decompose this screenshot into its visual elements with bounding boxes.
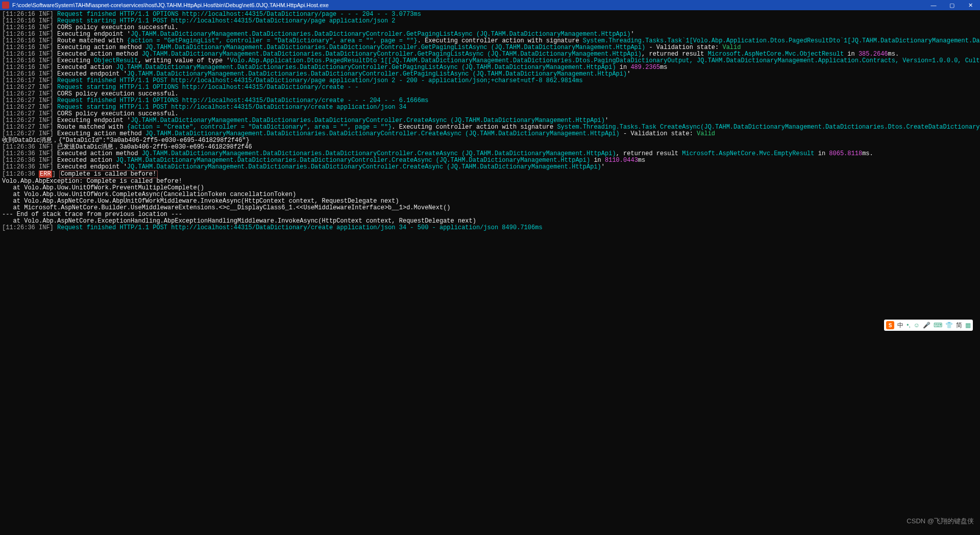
log-segment: Microsoft.AspNetCore.Mvc.ObjectResult [708, 51, 844, 58]
log-timestamp: [11:26:36 INF] [2, 150, 57, 157]
ime-keyboard-icon[interactable]: ⌨ [934, 322, 942, 329]
log-line: [11:26:36 INF] Request finished HTTP/1.1… [2, 225, 978, 231]
minimize-button[interactable]: — [926, 2, 941, 9]
log-timestamp: [11:26:16 INF] [2, 24, 57, 31]
log-timestamp: [11:26:16 INF] [2, 31, 57, 38]
log-segment: 489.2365 [630, 64, 660, 71]
log-timestamp: [11:26:16 INF] [2, 64, 57, 71]
log-segment: System.Threading.Tasks.Task`1[Volo.Abp.A… [583, 37, 980, 44]
log-timestamp: [11:26:16 INF] [2, 57, 57, 64]
log-segment: Executing [57, 57, 94, 64]
log-segment: {action = "Create", controller = "DataDi… [127, 124, 391, 131]
log-segment: Executed endpoint ' [57, 70, 127, 78]
log-segment: Request starting HTTP/1.1 POST http://lo… [57, 17, 396, 25]
log-segment: in [844, 51, 859, 58]
window-title: F:\code\SoftwareSystem\TAHM\aspnet-core\… [12, 2, 329, 8]
ime-simplified-toggle[interactable]: 简 [956, 321, 962, 330]
log-bracket: ] [52, 171, 59, 178]
error-message-boxed: Complete is called before! [59, 171, 158, 178]
maximize-button[interactable]: ▢ [944, 2, 960, 9]
ime-skin-icon[interactable]: 👕 [945, 322, 953, 329]
log-timestamp: [11:26:16 INF] [2, 11, 57, 18]
log-segment: Executing endpoint ' [57, 31, 131, 38]
log-timestamp: [11:26:36 INF] [2, 157, 57, 164]
log-segment: - Validation state: [645, 44, 722, 51]
log-segment: Route matched with [57, 124, 127, 131]
log-segment: 385.2646 [859, 51, 888, 58]
log-segment: Request finished HTTP/1.1 OPTIONS http:/… [57, 97, 428, 104]
log-segment: Executing endpoint ' [57, 117, 131, 124]
log-segment: JQ.TAHM.DataDictionaryManagement.DataDic… [131, 117, 605, 124]
log-timestamp: [11:26:36 INF] [2, 143, 57, 151]
log-segment: ms. [862, 150, 873, 157]
log-segment: , returned result [642, 51, 708, 58]
log-segment: Microsoft.AspNetCore.Mvc.EmptyResult [682, 150, 814, 157]
log-segment: CORS policy execution successful. [57, 110, 179, 117]
log-timestamp: [11:26:27 INF] [2, 104, 57, 111]
log-segment: 8065.8118 [829, 150, 862, 157]
log-timestamp: [11:26:27 INF] [2, 110, 57, 117]
titlebar-left: F:\code\SoftwareSystem\TAHM\aspnet-core\… [2, 2, 329, 9]
log-timestamp: [11:26:17 INF] [2, 77, 57, 84]
ime-grid-icon[interactable]: ▦ [965, 322, 971, 329]
log-segment: JQ.TAHM.DataDictionaryManagement.DataDic… [142, 150, 616, 157]
error-badge: ERR [39, 171, 52, 178]
log-segment: . Executing controller action with signa… [391, 124, 557, 131]
log-segment: Executing action method [57, 44, 145, 51]
log-timestamp: [11:26:27 INF] [2, 90, 57, 98]
ime-lang-toggle[interactable]: 中 [897, 321, 903, 330]
log-timestamp: [11:26:27 INF] [2, 117, 57, 124]
log-segment: JQ.TAHM.DataDictionaryManagement.DataDic… [116, 64, 616, 71]
ime-mic-icon[interactable]: 🎤 [923, 322, 930, 329]
log-segment: 已发送DataDic消息，3a0ab406-2ff5-e030-e695-461… [57, 143, 252, 151]
console-output[interactable]: [11:26:16 INF] Request finished HTTP/1.1… [0, 10, 980, 232]
log-timestamp: [11:26:16 INF] [2, 37, 57, 44]
log-timestamp: [11:26:36 INF] [2, 163, 57, 171]
log-timestamp: [11:26:16 INF] [2, 17, 57, 25]
log-segment: JQ.TAHM.DataDictionaryManagement.DataDic… [127, 163, 601, 171]
ime-emoji-icon[interactable]: ☺ [914, 322, 920, 329]
log-segment: JQ.TAHM.DataDictionaryManagement.DataDic… [131, 31, 630, 38]
log-timestamp: [11:26:36 INF] [2, 224, 57, 231]
log-segment: in [815, 150, 829, 157]
log-segment: JQ.TAHM.DataDictionaryManagement.DataDic… [127, 70, 627, 78]
log-timestamp: [11:26:27 INF] [2, 97, 57, 104]
log-segment: - Validation state: [620, 130, 697, 137]
log-segment: JQ.TAHM.DataDictionaryManagement.DataDic… [142, 51, 642, 58]
log-segment: Route matched with [57, 37, 127, 44]
log-segment: in [590, 157, 605, 164]
window-controls: — ▢ ✕ [926, 2, 978, 9]
log-segment: ' [630, 31, 634, 38]
log-timestamp: [11:26:16 INF] [2, 70, 57, 78]
log-segment: in [616, 64, 631, 71]
log-error-line: [11:26:36 ERR] Complete is called before… [2, 171, 978, 178]
ime-toolbar[interactable]: S 中 •, ☺ 🎤 ⌨ 👕 简 ▦ [884, 320, 973, 331]
close-button[interactable]: ✕ [963, 2, 978, 9]
log-timestamp: [11:26:27 INF] [2, 130, 57, 137]
log-segment: . Executing controller action with signa… [418, 37, 583, 44]
ime-logo-icon[interactable]: S [886, 321, 894, 329]
log-timestamp: [11:26:27 INF] [2, 124, 57, 131]
log-segment: ' [627, 70, 630, 78]
log-segment: ms. [888, 51, 899, 58]
log-timestamp: [11:26:16 INF] [2, 51, 57, 58]
app-icon [2, 2, 9, 9]
log-segment: Executed action method [57, 51, 142, 58]
log-timestamp: [11:26:36 [2, 171, 39, 178]
titlebar[interactable]: F:\code\SoftwareSystem\TAHM\aspnet-core\… [0, 0, 980, 10]
log-segment: Valid [697, 130, 715, 137]
ime-punct-icon[interactable]: •, [906, 322, 911, 329]
log-segment: Request starting HTTP/1.1 POST http://lo… [57, 104, 406, 111]
log-timestamp: [11:26:27 INF] [2, 84, 57, 91]
log-segment: {action = "GetPagingList", controller = … [127, 37, 418, 44]
log-line: [11:26:36 INF] Executed endpoint 'JQ.TAH… [2, 164, 978, 171]
log-timestamp: [11:26:16 INF] [2, 44, 57, 51]
log-segment: System.Threading.Tasks.Task CreateAsync(… [557, 124, 980, 131]
log-segment: , returned result [616, 150, 682, 157]
log-segment: Executed action [57, 64, 116, 71]
watermark-text: CSDN @飞翔的键盘侠 [906, 517, 974, 526]
log-segment: Executing action method [57, 130, 145, 137]
log-segment: JQ.TAHM.DataDictionaryManagement.DataDic… [145, 130, 620, 137]
log-segment: , writing value of type ' [138, 57, 230, 64]
log-segment: 收到DataDic消息，{"DataDicId":"3a0ab406-2ff5-… [2, 137, 250, 144]
